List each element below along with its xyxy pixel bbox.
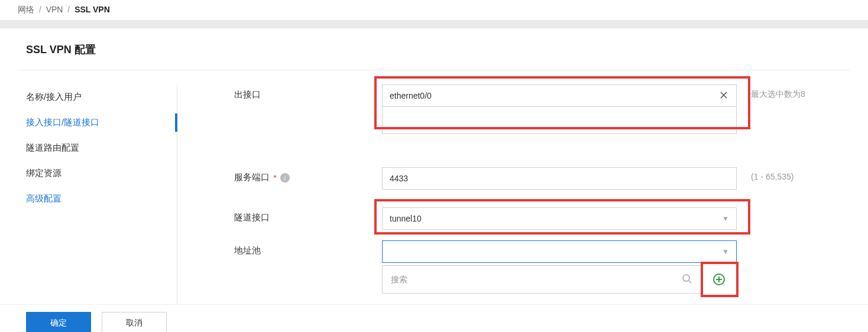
label-tunnel-if: 隧道接口 (234, 207, 382, 223)
info-icon[interactable]: i (280, 173, 290, 183)
breadcrumb-lvl1[interactable]: 网络 (18, 5, 34, 14)
nav-item-tunnel-route[interactable]: 隧道路由配置 (26, 135, 177, 161)
addr-pool-field[interactable]: ▼ (382, 240, 737, 263)
out-interface-value: ethernet0/0 (390, 91, 718, 100)
label-addr-pool: 地址池 (234, 240, 382, 256)
search-icon[interactable] (682, 274, 692, 286)
separator-bar (0, 20, 868, 28)
tunnel-if-field[interactable]: tunnel10 ▼ (382, 207, 737, 230)
out-interface-hint: 最大选中数为8 (751, 89, 805, 100)
breadcrumb-sep: / (67, 5, 70, 14)
svg-point-0 (683, 275, 689, 281)
row-out-interface: 出接口 ethernet0/0 最大选中数为8 (234, 84, 850, 134)
service-port-field[interactable] (382, 167, 737, 190)
addr-pool-add-button[interactable] (706, 265, 732, 294)
breadcrumb: 网络 / VPN / SSL VPN (0, 0, 868, 20)
clear-icon[interactable] (718, 90, 729, 102)
nav-item-bind-resource[interactable]: 绑定资源 (26, 161, 177, 186)
tunnel-if-value: tunnel10 (390, 214, 722, 223)
chevron-down-icon[interactable]: ▼ (722, 248, 729, 256)
form-area: 出接口 ethernet0/0 最大选中数为8 服务端口 (177, 84, 850, 304)
out-interface-field[interactable]: ethernet0/0 (382, 84, 737, 134)
config-panel: SSL VPN 配置 名称/接入用户 接入接口/隧道接口 隧道路由配置 绑定资源… (0, 28, 868, 304)
plus-icon (713, 274, 725, 285)
panel-title: SSL VPN 配置 (18, 28, 850, 70)
svg-line-1 (689, 281, 691, 283)
row-service-port: 服务端口 * i (1 - 65,535) (234, 167, 850, 190)
nav-item-name-user[interactable]: 名称/接入用户 (26, 84, 177, 110)
side-nav: 名称/接入用户 接入接口/隧道接口 隧道路由配置 绑定资源 高级配置 (18, 84, 177, 304)
cancel-button[interactable]: 取消 (102, 312, 167, 332)
service-port-range: (1 - 65,535) (751, 172, 793, 181)
label-out-interface: 出接口 (234, 84, 382, 100)
breadcrumb-lvl2[interactable]: VPN (46, 5, 63, 14)
chevron-down-icon[interactable]: ▼ (722, 214, 729, 223)
breadcrumb-current: SSL VPN (75, 5, 110, 14)
label-service-port: 服务端口 * i (234, 167, 382, 183)
footer: 确定 取消 (0, 304, 868, 332)
config-body: 名称/接入用户 接入接口/隧道接口 隧道路由配置 绑定资源 高级配置 出接口 e… (18, 70, 850, 304)
nav-item-interface-tunnel[interactable]: 接入接口/隧道接口 (26, 110, 177, 135)
label-service-port-text: 服务端口 (234, 172, 270, 183)
addr-pool-dropdown (382, 265, 701, 294)
required-mark: * (273, 172, 277, 183)
service-port-input[interactable] (390, 174, 729, 183)
row-addr-pool: 地址池 ▼ (234, 240, 850, 263)
nav-item-advanced[interactable]: 高级配置 (26, 186, 177, 211)
breadcrumb-sep: / (39, 5, 41, 14)
ok-button[interactable]: 确定 (26, 312, 91, 332)
addr-pool-search-input[interactable] (391, 275, 676, 284)
row-tunnel-if: 隧道接口 tunnel10 ▼ (234, 207, 850, 230)
out-interface-extra[interactable] (382, 107, 737, 134)
